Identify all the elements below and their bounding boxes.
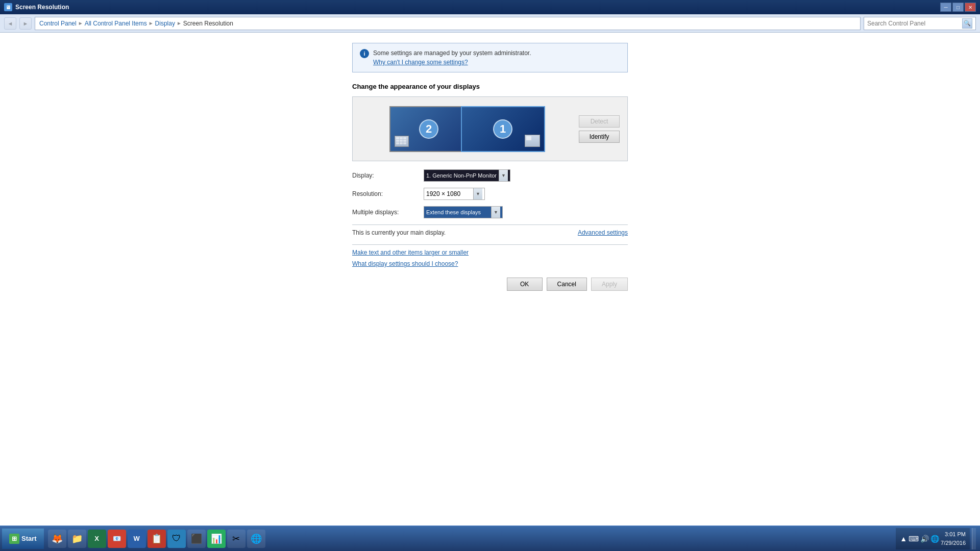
breadcrumb-sep-3: ► bbox=[177, 20, 182, 26]
taskbar-app-8[interactable]: 📊 bbox=[207, 530, 226, 548]
title-bar-left: 🖥 Screen Resolution bbox=[4, 3, 69, 11]
breadcrumb-display[interactable]: Display bbox=[155, 20, 175, 27]
taskbar-app-1[interactable]: 📁 bbox=[68, 530, 86, 548]
taskbar-app-6[interactable]: 🛡 bbox=[167, 530, 186, 548]
display-dropdown-arrow[interactable]: ▼ bbox=[499, 170, 508, 181]
divider-2 bbox=[352, 244, 628, 245]
display-select[interactable]: 1. Generic Non-PnP Monitor ▼ bbox=[424, 169, 510, 182]
help-link-1[interactable]: Make text and other items larger or smal… bbox=[352, 249, 628, 256]
taskbar-app-4[interactable]: W bbox=[128, 530, 146, 548]
address-bar: ◄ ► Control Panel ► All Control Panel It… bbox=[0, 14, 980, 33]
help-link-2[interactable]: What display settings should I choose? bbox=[352, 260, 628, 267]
mini-grid-2 bbox=[396, 137, 407, 144]
taskbar: ⊞ Start 🦊 📁 X 📧 W 📋 🛡 ⬛ 📊 ✂ 🌐 ▲ ⌨ 🔊 🌐 3:… bbox=[0, 525, 980, 551]
monitor-2-number: 2 bbox=[419, 119, 438, 139]
monitor-1-overlay bbox=[525, 135, 540, 147]
identify-button[interactable]: Identify bbox=[579, 131, 620, 143]
taskbar-app-7[interactable]: ⬛ bbox=[187, 530, 206, 548]
info-message: Some settings are managed by your system… bbox=[373, 49, 531, 57]
breadcrumb-sep-1: ► bbox=[78, 20, 83, 26]
taskbar-app-9[interactable]: ✂ bbox=[227, 530, 246, 548]
detect-button[interactable]: Detect bbox=[579, 115, 620, 128]
monitor-2[interactable]: 2 bbox=[389, 106, 469, 152]
taskbar-app-2[interactable]: X bbox=[88, 530, 106, 548]
multiple-displays-row: Multiple displays: Extend these displays… bbox=[352, 206, 628, 218]
tray-expand-icon[interactable]: ▲ bbox=[900, 535, 907, 543]
minimize-button[interactable]: ─ bbox=[940, 3, 951, 12]
monitor-2-mini-icon bbox=[395, 136, 409, 147]
multiple-displays-value: Extend these displays bbox=[426, 209, 489, 215]
taskbar-app-5[interactable]: 📋 bbox=[148, 530, 166, 548]
cancel-button[interactable]: Cancel bbox=[547, 278, 587, 291]
maximize-button[interactable]: □ bbox=[952, 3, 964, 12]
monitors-area: 2 bbox=[352, 96, 628, 161]
monitors-display: 2 bbox=[360, 105, 574, 153]
clock: 3:01 PM 7/29/2016 bbox=[941, 530, 966, 547]
taskbar-app-3[interactable]: 📧 bbox=[108, 530, 126, 548]
ok-button[interactable]: OK bbox=[507, 278, 543, 291]
advanced-settings-link[interactable]: Advanced settings bbox=[578, 229, 628, 236]
taskbar-app-0[interactable]: 🦊 bbox=[48, 530, 66, 548]
start-icon: ⊞ bbox=[9, 534, 19, 544]
title-bar-controls: ─ □ ✕ bbox=[940, 3, 976, 12]
resolution-label: Resolution: bbox=[352, 190, 424, 197]
title-bar: 🖥 Screen Resolution ─ □ ✕ bbox=[0, 0, 980, 14]
tray-keyboard-icon[interactable]: ⌨ bbox=[909, 535, 919, 543]
main-display-text: This is currently your main display. bbox=[352, 229, 446, 236]
resolution-dropdown-arrow[interactable]: ▼ bbox=[473, 188, 482, 199]
close-button[interactable]: ✕ bbox=[965, 3, 976, 12]
breadcrumb-sep-2: ► bbox=[149, 20, 154, 26]
taskbar-app-10[interactable]: 🌐 bbox=[247, 530, 265, 548]
multiple-displays-dropdown-arrow[interactable]: ▼ bbox=[491, 207, 500, 218]
clock-date: 7/29/2016 bbox=[941, 539, 966, 547]
multiple-displays-label: Multiple displays: bbox=[352, 209, 424, 216]
taskbar-apps: 🦊 📁 X 📧 W 📋 🛡 ⬛ 📊 ✂ 🌐 bbox=[48, 530, 265, 548]
breadcrumb-current: Screen Resolution bbox=[183, 20, 233, 27]
status-row: This is currently your main display. Adv… bbox=[352, 229, 628, 236]
breadcrumb-all-items[interactable]: All Control Panel Items bbox=[85, 20, 147, 27]
breadcrumb: Control Panel ► All Control Panel Items … bbox=[35, 17, 861, 30]
show-desktop-button[interactable] bbox=[972, 528, 976, 549]
search-box: 🔍 bbox=[864, 17, 976, 30]
multiple-displays-select[interactable]: Extend these displays ▼ bbox=[424, 206, 503, 218]
resolution-row: Resolution: 980 × 551 ▼ bbox=[352, 188, 628, 200]
window-title: Screen Resolution bbox=[15, 4, 69, 11]
info-text: Some settings are managed by your system… bbox=[373, 48, 531, 67]
divider-1 bbox=[352, 224, 628, 225]
monitor-buttons: Detect Identify bbox=[579, 115, 620, 143]
display-row: Display: 1. Generic Non-PnP Monitor ▼ bbox=[352, 169, 628, 182]
monitor-1-number: 1 bbox=[493, 119, 512, 139]
apply-button[interactable]: Apply bbox=[591, 278, 628, 291]
search-button[interactable]: 🔍 bbox=[962, 18, 972, 29]
monitor-1[interactable]: 1 bbox=[461, 106, 545, 152]
resolution-select[interactable]: 980 × 551 ▼ bbox=[424, 188, 485, 200]
display-label: Display: bbox=[352, 172, 424, 179]
resolution-value: 980 × 551 bbox=[426, 190, 471, 197]
start-label: Start bbox=[21, 535, 37, 542]
title-icon: 🖥 bbox=[4, 3, 12, 11]
section-heading: Change the appearance of your displays bbox=[352, 83, 628, 90]
info-banner: i Some settings are managed by your syst… bbox=[352, 43, 628, 72]
taskbar-right: ▲ ⌨ 🔊 🌐 3:01 PM 7/29/2016 bbox=[896, 528, 980, 549]
content-center: i Some settings are managed by your syst… bbox=[347, 43, 633, 291]
clock-time: 3:01 PM bbox=[941, 530, 966, 539]
breadcrumb-control-panel[interactable]: Control Panel bbox=[39, 20, 77, 27]
action-buttons: OK Cancel Apply bbox=[352, 278, 628, 291]
search-input[interactable] bbox=[867, 20, 962, 27]
forward-button[interactable]: ► bbox=[19, 17, 32, 30]
system-tray: ▲ ⌨ 🔊 🌐 3:01 PM 7/29/2016 bbox=[896, 528, 970, 549]
info-icon: i bbox=[360, 49, 369, 58]
tray-volume-icon[interactable]: 🔊 bbox=[920, 535, 929, 543]
start-button[interactable]: ⊞ Start bbox=[2, 529, 44, 549]
info-link[interactable]: Why can't I change some settings? bbox=[373, 59, 468, 66]
main-content: i Some settings are managed by your syst… bbox=[0, 33, 980, 525]
tray-network-icon[interactable]: 🌐 bbox=[930, 535, 939, 543]
back-button[interactable]: ◄ bbox=[4, 17, 16, 30]
display-value: 1. Generic Non-PnP Monitor bbox=[426, 172, 497, 179]
